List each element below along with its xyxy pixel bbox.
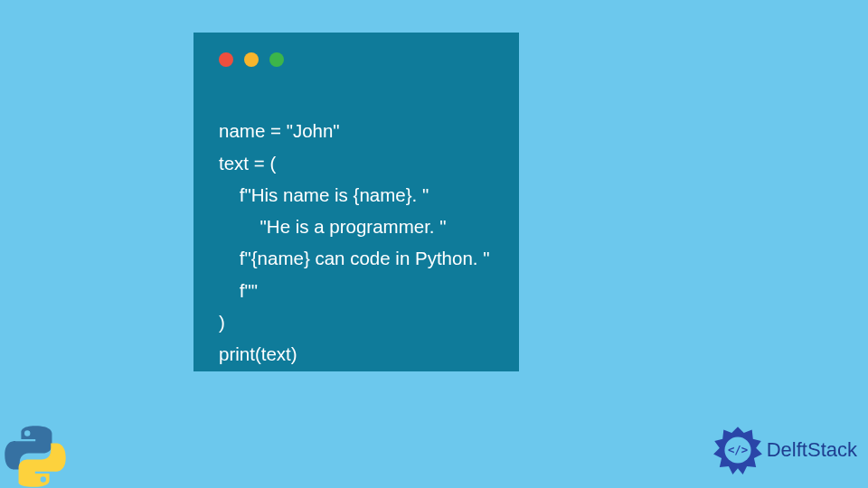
code-line: print(text) xyxy=(219,343,297,364)
maximize-icon xyxy=(269,52,284,67)
code-window: name = "John" text = ( f"His name is {na… xyxy=(193,33,519,371)
close-icon xyxy=(219,52,233,67)
delftstack-logo-icon: </> xyxy=(712,425,763,475)
code-line: f"{name} can code in Python. " xyxy=(219,248,489,268)
code-line: ) xyxy=(219,312,225,333)
window-traffic-lights xyxy=(219,52,499,67)
brand-name: DelftStack xyxy=(767,438,857,462)
svg-text:</>: </> xyxy=(728,444,748,456)
python-logo-icon xyxy=(4,425,67,488)
code-line: name = "John" xyxy=(219,120,340,141)
minimize-icon xyxy=(244,52,259,67)
code-block: name = "John" text = ( f"His name is {na… xyxy=(219,83,499,402)
code-line: "He is a programmer. " xyxy=(219,216,447,237)
code-line: f"His name is {name}. " xyxy=(219,184,429,205)
code-line: text = ( xyxy=(219,153,276,174)
code-line: f"" xyxy=(219,280,258,301)
delftstack-brand: </> DelftStack xyxy=(712,425,857,475)
